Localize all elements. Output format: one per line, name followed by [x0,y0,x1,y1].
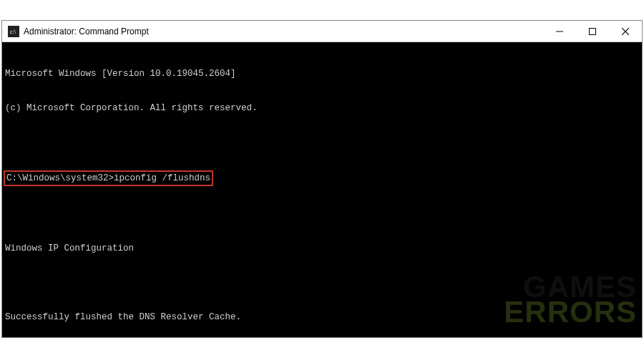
window-title: Administrator: Command Prompt [24,26,543,37]
cmd-icon: c:\ [8,26,19,37]
copyright-line: (c) Microsoft Corporation. All rights re… [5,102,639,114]
close-button[interactable] [609,21,642,42]
maximize-button[interactable] [576,21,609,42]
terminal-output[interactable]: Microsoft Windows [Version 10.0.19045.26… [2,42,642,337]
command-prompt-window: c:\ Administrator: Command Prompt Micros… [1,20,643,338]
svg-rect-3 [590,28,596,34]
titlebar[interactable]: c:\ Administrator: Command Prompt [2,21,642,42]
window-controls [543,21,642,42]
command-line-1: C:\Windows\system32>ipconfig /flushdns [5,171,639,185]
version-line: Microsoft Windows [Version 10.0.19045.26… [5,68,639,79]
svg-text:c:\: c:\ [10,29,16,35]
minimize-button[interactable] [543,21,576,42]
highlight-flushdns: C:\Windows\system32>ipconfig /flushdns [4,170,213,186]
flush-result: Successfully flushed the DNS Resolver Ca… [5,311,639,323]
ipconfig-heading: Windows IP Configuration [5,243,639,254]
